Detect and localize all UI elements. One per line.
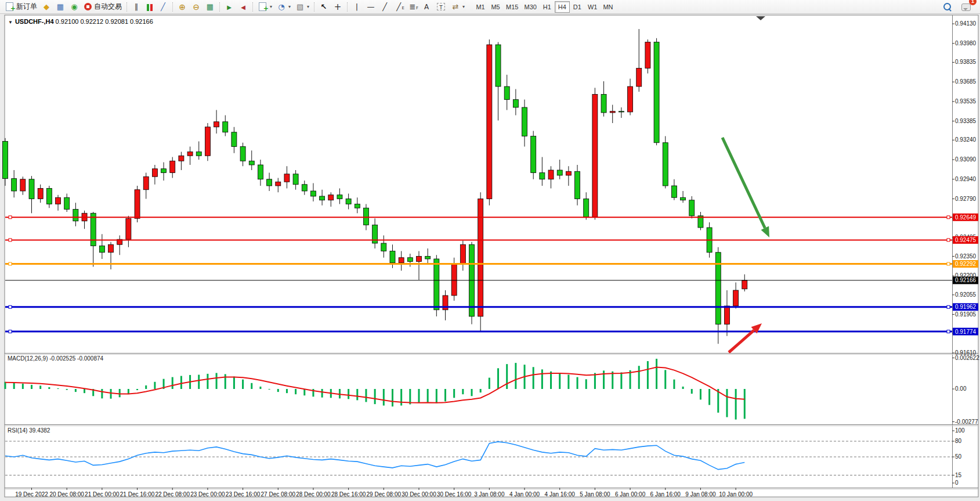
timeframe-mn-button[interactable]: MN (600, 1, 616, 13)
period-button[interactable]: ▾ (274, 1, 293, 13)
timeframe-m5-button[interactable]: M5 (488, 1, 503, 13)
profile-next-icon (225, 2, 234, 12)
bear-candle (663, 143, 668, 186)
text-tool-button[interactable] (420, 1, 433, 13)
new-chart-icon (259, 2, 266, 11)
zoom-out-icon (191, 2, 201, 12)
timeframe-w1-button[interactable]: W1 (585, 1, 601, 13)
macd-bar (216, 373, 218, 389)
date-tick-label: 3 Jan 08:00 (474, 491, 505, 498)
bear-candle (240, 147, 245, 161)
candlestick-icon (146, 4, 154, 11)
bear-candle (91, 213, 96, 246)
line-anchor-handle[interactable] (947, 262, 950, 265)
rsi-tick-label: 100 (955, 427, 965, 434)
macd-bar (66, 389, 68, 390)
bull-candle (152, 169, 157, 177)
trendline-tool-button[interactable] (378, 1, 392, 13)
toolbar-separator (314, 2, 314, 12)
macd-bar (506, 364, 508, 389)
candlestick-chart-button[interactable] (143, 1, 156, 13)
timeframe-m15-button[interactable]: M15 (503, 1, 521, 13)
signals-button[interactable] (67, 1, 81, 13)
line-anchor-handle[interactable] (947, 330, 950, 333)
gold-chart-button[interactable] (39, 1, 53, 13)
zoom-in-button[interactable] (175, 1, 189, 13)
line-anchor-handle[interactable] (947, 216, 950, 219)
macd-bar (365, 389, 367, 402)
bull-candle (416, 257, 421, 262)
timeframe-m1-button[interactable]: M1 (473, 1, 488, 13)
price-tick-label: 0.93980 (955, 40, 977, 46)
crosshair-tool-button[interactable] (331, 1, 345, 13)
bull-candle (143, 176, 149, 190)
line-anchor-handle[interactable] (9, 305, 12, 308)
profile-next-button[interactable] (222, 1, 236, 13)
shapes-icon (451, 2, 460, 12)
horizontal-line-icon (366, 2, 375, 12)
line-chart-button[interactable] (156, 1, 170, 13)
line-anchor-handle[interactable] (9, 262, 12, 265)
bull-candle (451, 264, 457, 295)
bull-candle (276, 182, 281, 186)
text-label-tool-button[interactable] (433, 1, 449, 13)
date-tick-label: 19 Dec 2022 (15, 491, 48, 498)
macd-bar (321, 389, 323, 398)
price-tick-label: 0.93240 (955, 136, 977, 143)
bear-candle (223, 122, 228, 132)
chart-canvas[interactable]: 0.941300.939800.938350.936850.935350.933… (0, 0, 980, 501)
new-chart-button[interactable]: ▾ (255, 1, 274, 13)
line-anchor-handle[interactable] (947, 239, 950, 242)
macd-bar (180, 376, 182, 389)
fibonacci-tool-button[interactable] (406, 1, 420, 13)
bear-candle (29, 179, 34, 199)
macd-bar (198, 375, 200, 389)
template-button[interactable]: ▾ (293, 1, 312, 13)
chevron-down-icon: ▾ (307, 4, 309, 9)
bull-candle (328, 195, 334, 200)
bar-chart-button[interactable] (129, 1, 143, 13)
line-anchor-handle[interactable] (9, 239, 12, 242)
market-watch-button[interactable] (53, 1, 67, 13)
timeframe-h4-button[interactable]: H4 (555, 1, 570, 13)
line-anchor-handle[interactable] (9, 216, 12, 219)
trendline-icon (380, 2, 389, 12)
tile-windows-button[interactable] (203, 1, 217, 13)
bear-candle (12, 179, 17, 191)
bull-candle (460, 244, 465, 264)
price-tick-label: 0.91905 (955, 311, 977, 318)
symbol-dropdown-icon[interactable]: ▼ (8, 20, 13, 25)
macd-bar (427, 389, 429, 402)
channel-tool-button[interactable] (392, 1, 406, 13)
timeframe-m30-button[interactable]: M30 (521, 1, 539, 13)
macd-bar (744, 389, 746, 419)
profile-previous-button[interactable] (236, 1, 250, 13)
price-tick-label: 0.92940 (955, 176, 977, 182)
new-order-button[interactable]: 新订单 (2, 1, 39, 13)
notifications-button[interactable]: 1 (959, 1, 973, 13)
macd-bar (57, 388, 59, 389)
macd-bar (154, 382, 156, 389)
auto-trading-button[interactable]: 自动交易 (81, 1, 124, 13)
horizontal-line-tool-button[interactable] (364, 1, 378, 13)
timeframe-d1-button[interactable]: D1 (570, 1, 585, 13)
vertical-line-tool-button[interactable] (350, 1, 364, 13)
macd-pane-label: MACD(12,26,9) -0.002525 -0.000874 (8, 355, 103, 362)
line-chart-icon (158, 2, 168, 12)
ohlc-quote: 0.92100 0.92212 0.92081 0.92166 (56, 18, 153, 25)
timeframe-h1-button[interactable]: H1 (540, 1, 555, 13)
bear-candle (46, 189, 52, 204)
search-button[interactable] (941, 1, 953, 13)
zoom-out-button[interactable] (189, 1, 203, 13)
line-anchor-handle[interactable] (9, 330, 12, 333)
hline-tag-label: 0.91962 (955, 304, 977, 310)
shapes-tool-button[interactable]: ▾ (449, 1, 467, 13)
date-tick-label: 30 Dec 00:00 (402, 491, 436, 498)
macd-bar (39, 385, 41, 389)
bull-candle (399, 258, 404, 263)
bull-candle (205, 127, 210, 156)
line-anchor-handle[interactable] (947, 305, 950, 308)
macd-bar (75, 389, 77, 392)
bull-candle (628, 86, 633, 112)
cursor-tool-button[interactable] (317, 1, 331, 13)
